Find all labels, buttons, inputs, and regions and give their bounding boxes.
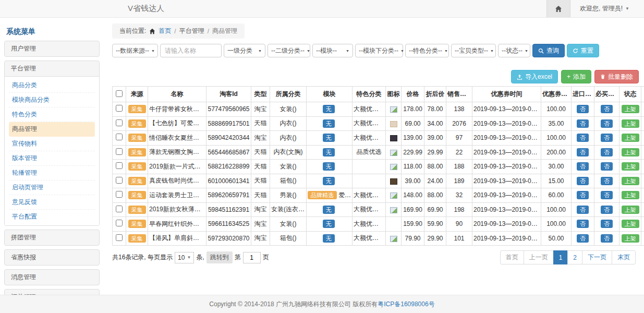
name-search-input[interactable]: [160, 44, 222, 57]
must-buy-toggle[interactable]: 否: [601, 148, 613, 156]
breadcrumb-home-link[interactable]: 首页: [159, 27, 171, 35]
must-buy-toggle[interactable]: 否: [601, 206, 613, 214]
sidebar-subitem-9[interactable]: 平台配置: [9, 210, 95, 224]
row-checkbox[interactable]: [116, 177, 123, 184]
module-select[interactable]: --模块--▼: [312, 44, 353, 57]
page-button-2[interactable]: 1: [553, 250, 568, 264]
per-page-select[interactable]: 10▼: [175, 252, 194, 263]
user-menu[interactable]: 欢迎您, 管理员! ▼: [570, 4, 644, 13]
sidebar-item-platform[interactable]: 平台管理: [5, 61, 99, 76]
must-buy-toggle[interactable]: 否: [601, 177, 613, 185]
row-checkbox[interactable]: [116, 162, 123, 169]
status-badge[interactable]: 上架: [622, 206, 639, 214]
import-optimal-toggle[interactable]: 否: [577, 105, 589, 113]
row-checkbox[interactable]: [116, 105, 123, 112]
module-badge[interactable]: 无: [323, 220, 335, 228]
data-source-select[interactable]: --数据来源--▼: [112, 44, 158, 57]
cell-status: 上架: [619, 174, 641, 188]
status-badge[interactable]: 上架: [622, 148, 639, 156]
import-optimal-toggle[interactable]: 否: [577, 234, 589, 243]
import-optimal-toggle[interactable]: 否: [577, 162, 589, 171]
row-checkbox[interactable]: [116, 134, 123, 140]
sidebar-subitem-2[interactable]: 特色分类: [9, 107, 95, 122]
reset-button[interactable]: 重置: [567, 44, 599, 57]
sidebar-subitem-6[interactable]: 轮播管理: [9, 166, 95, 180]
cell-import-optimal: 否: [572, 174, 594, 188]
select-all-checkbox[interactable]: [116, 90, 123, 97]
sidebar-item-0[interactable]: 拼团管理: [5, 230, 99, 245]
row-checkbox[interactable]: [116, 119, 123, 126]
home-button[interactable]: [546, 0, 570, 17]
row-checkbox[interactable]: [116, 206, 123, 212]
sidebar-subitem-7[interactable]: 启动页管理: [9, 180, 95, 195]
sidebar-item-2[interactable]: 消息管理: [5, 270, 99, 285]
sidebar-subitem-5[interactable]: 版本管理: [9, 151, 95, 166]
status-badge[interactable]: 上架: [622, 234, 639, 243]
cell-module: 无: [307, 102, 353, 117]
page-button-5[interactable]: 末页: [612, 250, 636, 264]
module-badge[interactable]: 无: [323, 206, 335, 214]
jump-page-input[interactable]: [243, 252, 261, 263]
status-badge[interactable]: 上架: [622, 162, 639, 171]
status-badge[interactable]: 上架: [622, 177, 639, 185]
sidebar-subitem-1[interactable]: 模块商品分类: [9, 93, 95, 107]
sidebar-subitem-4[interactable]: 宣传物料: [9, 137, 95, 151]
module-badge[interactable]: 无: [323, 105, 335, 113]
level2-category-select[interactable]: --二级分类--▼: [268, 44, 310, 57]
import-excel-button[interactable]: 导入excel: [511, 70, 558, 83]
must-buy-toggle[interactable]: 否: [601, 234, 613, 243]
module-badge[interactable]: 品牌精选: [308, 191, 337, 199]
page-button-3[interactable]: 2: [567, 250, 582, 264]
sidebar-item-users[interactable]: 用户管理: [5, 41, 99, 56]
must-buy-toggle[interactable]: 否: [601, 105, 613, 113]
module-badge[interactable]: 无: [323, 177, 335, 185]
must-buy-toggle[interactable]: 否: [601, 220, 613, 228]
cell-source: 采集: [126, 231, 148, 246]
module-badge[interactable]: 无: [323, 148, 335, 156]
status-badge[interactable]: 上架: [622, 119, 639, 128]
module-badge[interactable]: 无: [323, 134, 335, 142]
row-checkbox[interactable]: [116, 191, 123, 198]
cell-type: 淘宝: [251, 131, 270, 146]
import-optimal-toggle[interactable]: 否: [577, 148, 589, 156]
import-optimal-toggle[interactable]: 否: [577, 119, 589, 128]
search-button[interactable]: 查询: [532, 44, 565, 57]
import-optimal-toggle[interactable]: 否: [577, 206, 589, 214]
jump-to-button[interactable]: 跳转到: [206, 251, 233, 263]
import-optimal-toggle[interactable]: 否: [577, 177, 589, 185]
page-button-1[interactable]: 上一页: [524, 250, 554, 264]
row-checkbox[interactable]: [116, 234, 123, 241]
must-buy-toggle[interactable]: 否: [601, 162, 613, 171]
sidebar-subitem-8[interactable]: 意见反馈: [9, 195, 95, 210]
must-buy-toggle[interactable]: 否: [601, 191, 613, 199]
page-button-4[interactable]: 下一页: [582, 250, 612, 264]
feature-category-select[interactable]: --特色分类--▼: [405, 44, 449, 57]
row-checkbox[interactable]: [116, 220, 123, 226]
batch-delete-button[interactable]: 批量删除: [594, 70, 639, 83]
status-badge[interactable]: 上架: [622, 220, 639, 228]
module-badge[interactable]: 无: [323, 119, 335, 128]
item-type-select[interactable]: --宝贝类型--▼: [451, 44, 496, 57]
import-optimal-toggle[interactable]: 否: [577, 134, 589, 142]
level1-category-select[interactable]: 一级分类▼: [224, 44, 265, 57]
cell-coupon-time: 2019-09-13—2019-09-20: [472, 174, 541, 188]
must-buy-toggle[interactable]: 否: [601, 119, 613, 128]
module-subcategory-select[interactable]: --模块下分类--▼: [355, 44, 403, 57]
must-buy-toggle[interactable]: 否: [601, 134, 613, 142]
sidebar-item-1[interactable]: 省惠快报: [5, 250, 99, 265]
import-optimal-toggle[interactable]: 否: [577, 220, 589, 228]
icp-link[interactable]: 粤ICP备16098006号: [378, 300, 434, 309]
page-button-0[interactable]: 首页: [500, 250, 524, 264]
import-optimal-toggle[interactable]: 否: [577, 191, 589, 199]
sidebar-subitem-0[interactable]: 商品分类: [9, 78, 95, 93]
status-badge[interactable]: 上架: [622, 191, 639, 199]
module-badge[interactable]: 无: [323, 162, 335, 171]
module-badge[interactable]: 无: [323, 234, 335, 243]
status-badge[interactable]: 上架: [622, 105, 639, 113]
sidebar-subitem-3[interactable]: 商品管理: [9, 122, 95, 137]
row-checkbox[interactable]: [116, 148, 123, 155]
cell-sales: 138: [446, 102, 472, 117]
status-badge[interactable]: 上架: [622, 134, 639, 142]
add-button[interactable]: + 添加: [561, 70, 591, 83]
status-select[interactable]: --状态--▼: [498, 44, 530, 57]
